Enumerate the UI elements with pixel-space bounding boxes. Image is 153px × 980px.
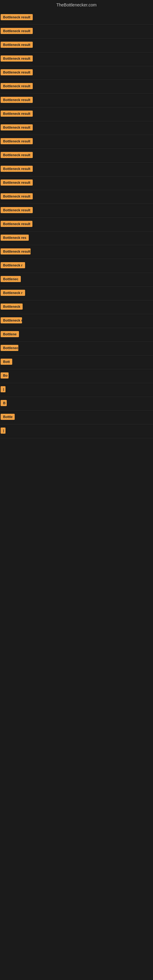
- list-item: Bottleneck result: [0, 149, 153, 162]
- bottleneck-badge: Bottleneck res: [1, 317, 22, 323]
- list-item: |: [0, 425, 153, 438]
- list-item: Bottleneck res: [0, 232, 153, 245]
- bottleneck-badge: Bottleneck result: [1, 138, 33, 144]
- bottleneck-badge: Bottleneck result: [1, 111, 33, 117]
- main-content: Bottleneck resultBottleneck resultBottle…: [0, 11, 153, 438]
- list-item: Bottleneck: [0, 301, 153, 314]
- list-item: Bottleneck result: [0, 121, 153, 135]
- bottleneck-badge: Bottleneck result: [1, 69, 33, 75]
- list-item: Bottleneck result: [0, 66, 153, 80]
- bottleneck-badge: Bott: [1, 359, 12, 365]
- list-item: Bottleneck r: [0, 286, 153, 301]
- bottleneck-badge: B: [1, 400, 7, 406]
- site-title: TheBottlenecker.com: [0, 0, 153, 11]
- list-item: Bottleneck result: [0, 245, 153, 259]
- bottleneck-badge: Bottlene: [1, 331, 19, 337]
- list-item: Bottleneck result: [0, 11, 153, 25]
- bottleneck-badge: Bottleneck r: [1, 345, 18, 351]
- bottleneck-badge: Bottleneck result: [1, 14, 33, 20]
- list-item: Bottlene: [0, 328, 153, 342]
- list-item: |: [0, 383, 153, 397]
- list-item: Bottleneck result: [0, 108, 153, 121]
- bottleneck-badge: Bottleneck result: [1, 124, 33, 130]
- bottleneck-badge: Bottleneck result: [1, 221, 32, 227]
- bottleneck-badge: Bottleneck r: [1, 262, 25, 268]
- list-item: Bo: [0, 369, 153, 383]
- bottleneck-badge: Bottleneck: [1, 304, 22, 310]
- bottleneck-badge: Bottle: [1, 414, 15, 420]
- bottleneck-badge: Bottleneck result: [1, 97, 33, 103]
- list-item: Bott: [0, 356, 153, 369]
- list-item: Bottleneck r: [0, 259, 153, 273]
- list-item: Bottleneck result: [0, 25, 153, 38]
- list-item: Bottleneck result: [0, 80, 153, 94]
- bottleneck-badge: Bottleneck result: [1, 166, 33, 172]
- bottleneck-badge: Bottleneck result: [1, 83, 33, 89]
- bottleneck-badge: Bo: [1, 372, 9, 379]
- bottleneck-badge: Bottleneck res: [1, 235, 29, 241]
- bottleneck-badge: Bottleneck result: [1, 193, 33, 199]
- bottleneck-badge: |: [1, 428, 5, 434]
- list-item: Bottleneck result: [0, 204, 153, 218]
- list-item: Bottleneck result: [0, 162, 153, 177]
- list-item: Bottleneck result: [0, 177, 153, 190]
- bottleneck-badge: Bottleneck result: [1, 207, 33, 213]
- list-item: Bottleneck result: [0, 94, 153, 108]
- bottleneck-badge: Bottleneck result: [1, 56, 33, 62]
- bottleneck-badge: Bottleneck result: [1, 248, 30, 255]
- list-item: Bottleneck result: [0, 135, 153, 149]
- bottleneck-badge: Bottleneck result: [1, 180, 33, 186]
- bottleneck-badge: Bottleneck r: [1, 290, 25, 296]
- list-item: Bottle: [0, 411, 153, 425]
- list-item: Bottleneck result: [0, 52, 153, 66]
- list-item: Bottleneck result: [0, 190, 153, 204]
- list-item: Bottlenec: [0, 273, 153, 286]
- list-item: Bottleneck r: [0, 342, 153, 356]
- bottleneck-badge: Bottlenec: [1, 276, 21, 282]
- list-item: Bottleneck result: [0, 218, 153, 232]
- list-item: Bottleneck res: [0, 314, 153, 328]
- header-title: TheBottlenecker.com: [56, 2, 97, 7]
- bottleneck-badge: Bottleneck result: [1, 152, 33, 158]
- bottleneck-badge: Bottleneck result: [1, 28, 33, 34]
- bottleneck-badge: Bottleneck result: [1, 41, 33, 48]
- list-item: Bottleneck result: [0, 38, 153, 52]
- list-item: B: [0, 397, 153, 411]
- bottleneck-badge: |: [1, 386, 5, 392]
